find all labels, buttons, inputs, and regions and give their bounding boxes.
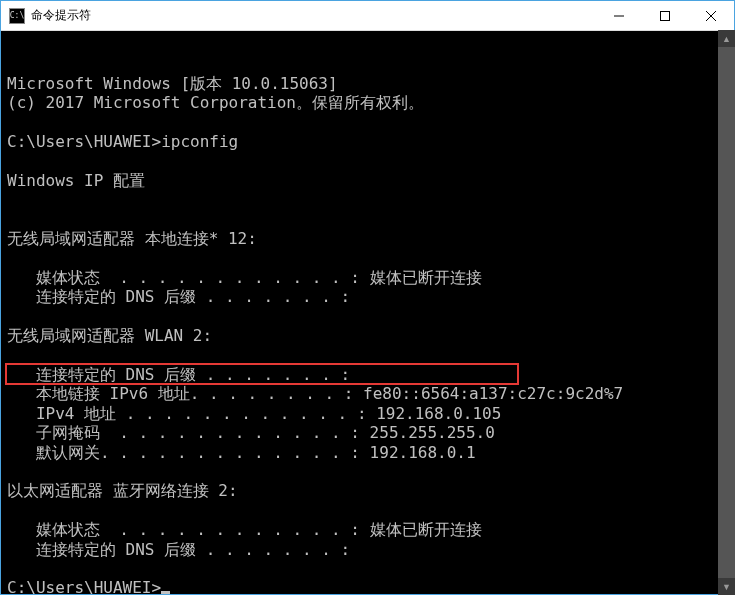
terminal-line: 媒体状态 . . . . . . . . . . . . : 媒体已断开连接 — [7, 520, 728, 539]
terminal-icon: C:\ — [9, 8, 25, 24]
terminal-line: 默认网关. . . . . . . . . . . . . : 192.168.… — [7, 443, 728, 462]
terminal-line: 本地链接 IPv6 地址. . . . . . . . : fe80::6564… — [7, 384, 728, 403]
terminal-line: IPv4 地址 . . . . . . . . . . . . : 192.16… — [7, 404, 728, 423]
window-title: 命令提示符 — [31, 7, 91, 24]
terminal-line — [7, 151, 728, 170]
terminal-line: (c) 2017 Microsoft Corporation。保留所有权利。 — [7, 93, 728, 112]
scroll-down-button[interactable]: ▼ — [718, 578, 735, 595]
terminal-line: 子网掩码 . . . . . . . . . . . . : 255.255.2… — [7, 423, 728, 442]
terminal-line — [7, 307, 728, 326]
terminal-output: Microsoft Windows [版本 10.0.15063](c) 201… — [7, 74, 728, 594]
scrollbar-thumb[interactable] — [718, 47, 735, 578]
terminal-line — [7, 210, 728, 229]
terminal-area[interactable]: Microsoft Windows [版本 10.0.15063](c) 201… — [1, 31, 734, 594]
terminal-line: Windows IP 配置 — [7, 171, 728, 190]
terminal-line: 以太网适配器 蓝牙网络连接 2: — [7, 481, 728, 500]
terminal-line — [7, 190, 728, 209]
window-controls — [596, 1, 734, 30]
terminal-line: 连接特定的 DNS 后缀 . . . . . . . : — [7, 540, 728, 559]
titlebar-left: C:\ 命令提示符 — [1, 7, 91, 24]
terminal-line — [7, 559, 728, 578]
terminal-line — [7, 462, 728, 481]
close-button[interactable] — [688, 1, 734, 30]
svg-rect-1 — [661, 11, 670, 20]
terminal-line — [7, 113, 728, 132]
scroll-up-button[interactable]: ▲ — [718, 30, 735, 47]
terminal-line: 连接特定的 DNS 后缀 . . . . . . . : — [7, 287, 728, 306]
terminal-line: 媒体状态 . . . . . . . . . . . . : 媒体已断开连接 — [7, 268, 728, 287]
terminal-line — [7, 248, 728, 267]
terminal-line: Microsoft Windows [版本 10.0.15063] — [7, 74, 728, 93]
terminal-line: C:\Users\HUAWEI>ipconfig — [7, 132, 728, 151]
terminal-line: 连接特定的 DNS 后缀 . . . . . . . : — [7, 365, 728, 384]
terminal-line: 无线局域网适配器 本地连接* 12: — [7, 229, 728, 248]
titlebar: C:\ 命令提示符 — [1, 1, 734, 31]
terminal-line: C:\Users\HUAWEI> — [7, 578, 728, 594]
scrollbar[interactable]: ▲ ▼ — [718, 30, 735, 595]
terminal-line — [7, 501, 728, 520]
maximize-button[interactable] — [642, 1, 688, 30]
terminal-line — [7, 346, 728, 365]
terminal-line: 无线局域网适配器 WLAN 2: — [7, 326, 728, 345]
cursor — [161, 591, 170, 594]
minimize-button[interactable] — [596, 1, 642, 30]
